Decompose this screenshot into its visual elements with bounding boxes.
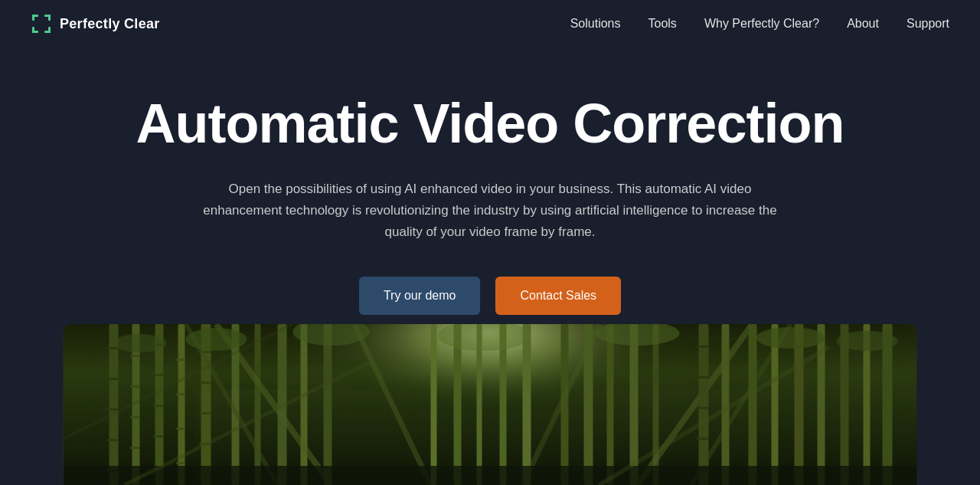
hero-buttons: Try our demo Contact Sales xyxy=(359,277,621,315)
svg-rect-42 xyxy=(324,324,332,485)
bamboo-forest-image xyxy=(64,324,917,485)
video-background xyxy=(64,324,917,485)
hero-title: Automatic Video Correction xyxy=(136,93,844,154)
svg-rect-80 xyxy=(64,466,917,485)
svg-rect-34 xyxy=(200,382,211,384)
svg-rect-41 xyxy=(301,324,308,485)
svg-rect-20 xyxy=(131,447,140,449)
nav-tools[interactable]: Tools xyxy=(648,17,677,31)
svg-rect-17 xyxy=(131,355,140,357)
nav-about[interactable]: About xyxy=(847,17,879,31)
nav-why[interactable]: Why Perfectly Clear? xyxy=(704,17,819,31)
svg-rect-71 xyxy=(697,437,709,440)
svg-rect-39 xyxy=(255,324,261,485)
svg-rect-12 xyxy=(108,378,119,380)
svg-rect-1 xyxy=(32,15,34,21)
nav-solutions[interactable]: Solutions xyxy=(570,17,621,31)
hero-section: Automatic Video Correction Open the poss… xyxy=(0,48,980,346)
svg-rect-30 xyxy=(177,428,185,430)
svg-rect-50 xyxy=(523,324,531,485)
svg-rect-18 xyxy=(131,385,140,388)
logo-text: Perfectly Clear xyxy=(60,16,160,32)
svg-rect-61 xyxy=(749,324,757,485)
svg-rect-7 xyxy=(48,27,51,33)
try-demo-button[interactable]: Try our demo xyxy=(359,277,481,315)
svg-rect-24 xyxy=(154,405,164,407)
svg-rect-3 xyxy=(48,15,51,21)
svg-rect-59 xyxy=(699,324,709,485)
svg-rect-60 xyxy=(722,324,730,485)
logo-icon xyxy=(31,13,52,34)
svg-rect-25 xyxy=(154,435,164,437)
svg-rect-14 xyxy=(108,439,119,441)
svg-rect-70 xyxy=(697,407,709,409)
svg-rect-69 xyxy=(697,376,709,378)
svg-rect-31 xyxy=(177,462,185,464)
logo[interactable]: Perfectly Clear xyxy=(31,13,160,34)
svg-rect-13 xyxy=(108,408,119,411)
svg-rect-27 xyxy=(178,324,185,485)
svg-rect-23 xyxy=(154,374,164,376)
svg-rect-35 xyxy=(200,412,211,415)
navbar: Perfectly Clear Solutions Tools Why Perf… xyxy=(0,0,980,48)
contact-sales-button[interactable]: Contact Sales xyxy=(495,277,621,315)
svg-rect-28 xyxy=(177,359,185,361)
svg-rect-62 xyxy=(772,324,779,485)
svg-rect-29 xyxy=(177,393,185,395)
svg-rect-53 xyxy=(607,324,614,485)
svg-rect-5 xyxy=(32,27,34,33)
hero-subtitle: Open the possibilities of using AI enhan… xyxy=(191,179,789,243)
svg-rect-46 xyxy=(431,324,437,485)
svg-rect-19 xyxy=(131,416,140,418)
video-preview xyxy=(64,324,917,485)
svg-rect-68 xyxy=(697,346,709,348)
nav-support[interactable]: Support xyxy=(906,17,949,31)
nav-links: Solutions Tools Why Perfectly Clear? Abo… xyxy=(570,17,949,31)
